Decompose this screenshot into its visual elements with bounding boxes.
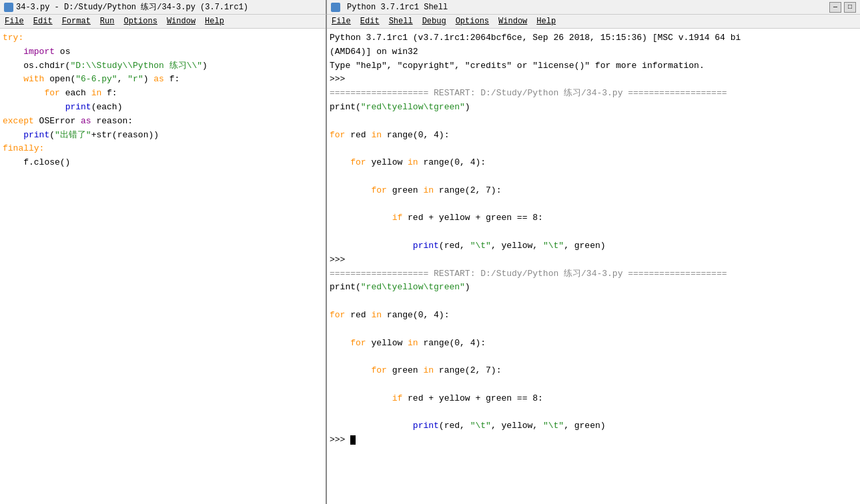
shell-header2: (AMD64)] on win32 [330,47,418,57]
shell-for1-2: for yellow in range(0, 4): [330,157,486,167]
editor-menu-window[interactable]: Window [165,16,197,27]
editor-icon [4,3,13,12]
shell-menu-options[interactable]: Options [454,16,491,27]
shell-if1: if red + yellow + green == 8: [330,213,543,223]
shell-print2-inner: print(red, "\t", yellow, "\t", green) [330,421,606,431]
shell-menu-help[interactable]: Help [534,16,558,27]
editor-menu-options[interactable]: Options [121,16,159,27]
maximize-button[interactable]: □ [844,2,856,13]
editor-menu-edit[interactable]: Edit [31,16,55,27]
editor-menu-help[interactable]: Help [203,16,226,27]
shell-print1-inner: print(red, "\t", yellow, "\t", green) [330,241,606,251]
minimize-button[interactable]: — [829,2,841,13]
shell-pane: File Edit Shell Debug Options Window Hel… [327,15,860,504]
editor-menu-bar: File Edit Format Run Options Window Help [0,15,326,29]
editor-menu-run[interactable]: Run [98,16,117,27]
shell-header3: Type "help", "copyright", "credits" or "… [330,61,705,71]
editor-title-bar: 34-3.py - D:/Study/Python 练习/34-3.py (3.… [0,0,327,15]
editor-title: 34-3.py - D:/Study/Python 练习/34-3.py (3.… [16,1,248,13]
shell-menu-shell[interactable]: Shell [387,16,415,27]
shell-menu-window[interactable]: Window [496,16,529,27]
shell-print2: print("red\tyellow\tgreen") [330,282,470,292]
editor-menu-format[interactable]: Format [60,16,93,27]
shell-for2-1: for red in range(0, 4): [330,310,449,320]
shell-for1-1: for red in range(0, 4): [330,130,449,140]
shell-title: Python 3.7.1rc1 Shell [347,3,448,12]
shell-menu-bar: File Edit Shell Debug Options Window Hel… [327,15,860,29]
shell-output[interactable]: Python 3.7.1rc1 (v3.7.1rc1:2064bcf6ce, S… [327,29,860,504]
code-editor[interactable]: try: import os os.chdir("D:\\Study\\Pyth… [0,29,326,504]
shell-menu-debug[interactable]: Debug [420,16,448,27]
shell-prompt1: >>> [330,74,350,84]
editor-menu-file[interactable]: File [3,16,26,27]
editor-pane: File Edit Format Run Options Window Help… [0,15,327,504]
shell-title-bar: Python 3.7.1rc1 Shell — □ [327,0,860,15]
shell-prompt2: >>> [330,255,350,265]
shell-for2-3: for green in range(2, 7): [330,365,501,375]
shell-menu-edit[interactable]: Edit [358,16,382,27]
shell-prompt3: >>> [330,435,350,445]
shell-for1-3: for green in range(2, 7): [330,185,501,195]
shell-header1: Python 3.7.1rc1 (v3.7.1rc1:2064bcf6ce, S… [330,33,741,43]
shell-if2: if red + yellow + green == 8: [330,393,543,403]
shell-menu-file[interactable]: File [330,16,353,27]
shell-icon [331,3,340,12]
shell-cursor [350,435,356,445]
shell-restart2: =================== RESTART: D:/Study/Py… [330,269,727,279]
shell-for2-2: for yellow in range(0, 4): [330,338,486,348]
shell-restart1: =================== RESTART: D:/Study/Py… [330,88,727,98]
shell-print1: print("red\tyellow\tgreen") [330,102,470,112]
